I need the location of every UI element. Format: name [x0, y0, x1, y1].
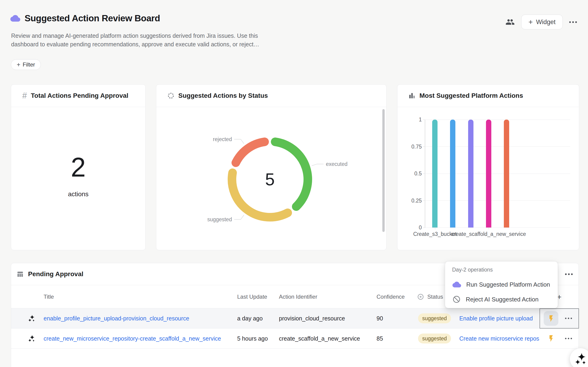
bar-4[interactable]: [504, 120, 509, 227]
status-donut-card-body: executedsuggestedrejected 5: [156, 107, 386, 250]
add-widget-button[interactable]: + Widget: [521, 15, 563, 29]
total-actions-value: 2: [71, 154, 86, 181]
column-header-confidence: Confidence: [376, 293, 405, 300]
bar-chart-icon: [409, 92, 416, 99]
lightning-bolt-icon: [547, 334, 555, 342]
donut-label-leader-line: [234, 139, 244, 144]
donut-segment-suggested[interactable]: [232, 173, 288, 217]
x-tick: [435, 228, 435, 230]
y-tick: [423, 174, 425, 174]
table-more-button[interactable]: [565, 263, 573, 285]
plus-icon: +: [528, 18, 533, 26]
menu-item-run-suggested-action[interactable]: Run Suggested Platform Action: [449, 278, 554, 291]
column-header-action-identifier: Action Identifier: [279, 293, 317, 300]
ai-sparkle-icon: [28, 315, 35, 322]
ai-sparkle-icon: [28, 335, 35, 342]
y-tick: [423, 200, 425, 201]
y-tick-label: 0.5: [400, 170, 422, 177]
bar-1[interactable]: [450, 120, 455, 227]
column-header-last-update: Last Update: [237, 293, 267, 300]
gridline: [425, 227, 570, 228]
pending-approval-title: Pending Approval: [28, 270, 84, 278]
table-icon: [17, 271, 23, 277]
no-entry-icon: [452, 295, 461, 303]
cell-last-update: 5 hours ago: [237, 335, 268, 342]
ellipsis-icon: [565, 273, 573, 275]
total-actions-card-title: Total Actions Pending Approval: [31, 92, 128, 100]
table-row[interactable]: create_new_microservice_repository-creat…: [11, 329, 579, 349]
donut-label-leader-line: [234, 215, 244, 219]
gridline: [425, 146, 570, 147]
table-row[interactable]: enable_profile_picture_upload-provision_…: [11, 308, 579, 329]
platform-actions-card-body: 00.250.50.751Create_s3_bucketcreate_scaf…: [397, 107, 579, 250]
cell-action-identifier: create_scaffold_a_new_service: [279, 335, 360, 342]
page-more-button[interactable]: [569, 21, 577, 23]
ellipsis-icon: [565, 318, 572, 319]
bar-2[interactable]: [468, 120, 473, 227]
donut-segment-label: suggested: [207, 217, 232, 222]
x-tick-label: Create_s3_bucket: [413, 231, 457, 237]
plus-icon: +: [17, 62, 20, 68]
x-tick: [488, 228, 489, 230]
dashboard-page: Suggested Action Review Board Review and…: [0, 0, 588, 367]
add-widget-label: Widget: [536, 18, 555, 26]
linked-record-link[interactable]: Enable profile picture upload: [459, 315, 533, 322]
run-action-button[interactable]: [547, 334, 555, 342]
bar-0[interactable]: [432, 120, 437, 227]
gridline: [425, 200, 570, 201]
y-tick: [423, 120, 425, 120]
cell-confidence: 90: [376, 315, 383, 322]
y-tick-label: 0.25: [400, 197, 422, 204]
gridline: [425, 120, 570, 120]
y-axis: [425, 120, 425, 228]
total-actions-unit: actions: [68, 191, 89, 198]
gridline: [425, 174, 570, 174]
collaborators-button[interactable]: [505, 17, 515, 27]
page-title: Suggested Action Review Board: [25, 13, 160, 23]
run-action-button[interactable]: [544, 311, 558, 326]
row-actions-menu: Day-2 operations Run Suggested Platform …: [445, 261, 558, 308]
ellipsis-icon: [569, 21, 577, 23]
donut-segment-label: executed: [326, 161, 348, 167]
record-title-link[interactable]: enable_profile_picture_upload-provision_…: [43, 315, 189, 322]
linked-record-link[interactable]: Create new microservice repository: [459, 335, 539, 342]
total-actions-card-body: 2 actions: [11, 107, 145, 250]
menu-item-reject-suggested-action[interactable]: Reject AI Suggested Action: [449, 293, 554, 306]
cell-confidence: 85: [376, 335, 383, 342]
donut-segment-executed[interactable]: [275, 142, 308, 207]
bar-3[interactable]: [486, 120, 491, 227]
single-select-field-icon: [417, 293, 424, 300]
y-tick: [423, 227, 425, 228]
donut-label-leader-line: [312, 164, 324, 166]
cloud-icon: [10, 15, 20, 22]
cell-last-update: a day ago: [237, 315, 263, 322]
column-header-status: Status: [417, 293, 443, 300]
ellipsis-icon: [565, 338, 572, 339]
header-actions: + Widget: [505, 14, 577, 30]
total-actions-card: # Total Actions Pending Approval 2 actio…: [11, 84, 146, 250]
number-field-icon: #: [22, 92, 27, 100]
row-menu-button[interactable]: [565, 318, 572, 319]
status-badge: suggested: [418, 314, 451, 324]
donut-chart-icon: [167, 92, 174, 99]
status-donut-card-header: Suggested Actions by Status: [156, 84, 386, 107]
page-description: Review and manage AI-generated platform …: [11, 32, 259, 49]
cell-action-identifier: provision_cloud_resource: [279, 315, 345, 322]
card-scrollbar[interactable]: [382, 109, 385, 232]
lightning-bolt-icon: [547, 315, 555, 323]
donut-segment-rejected[interactable]: [236, 142, 264, 163]
bar-chart-plot: 00.250.50.751Create_s3_bucketcreate_scaf…: [425, 120, 570, 227]
filter-label: Filter: [23, 61, 35, 68]
donut-segment-label: rejected: [213, 136, 232, 142]
platform-actions-card-title: Most Suggested Platform Actions: [419, 92, 523, 100]
filter-button[interactable]: + Filter: [11, 59, 41, 70]
total-actions-card-header: # Total Actions Pending Approval: [11, 84, 145, 107]
status-donut-card: Suggested Actions by Status executedsugg…: [156, 84, 386, 250]
people-icon: [505, 17, 515, 27]
record-title-link[interactable]: create_new_microservice_repository-creat…: [43, 335, 221, 342]
status-donut: executedsuggestedrejected: [156, 107, 386, 250]
sparkles-icon: [575, 353, 586, 365]
platform-actions-card-header: Most Suggested Platform Actions: [397, 84, 579, 107]
row-menu-button[interactable]: [565, 338, 572, 339]
status-donut-card-title: Suggested Actions by Status: [178, 92, 268, 100]
